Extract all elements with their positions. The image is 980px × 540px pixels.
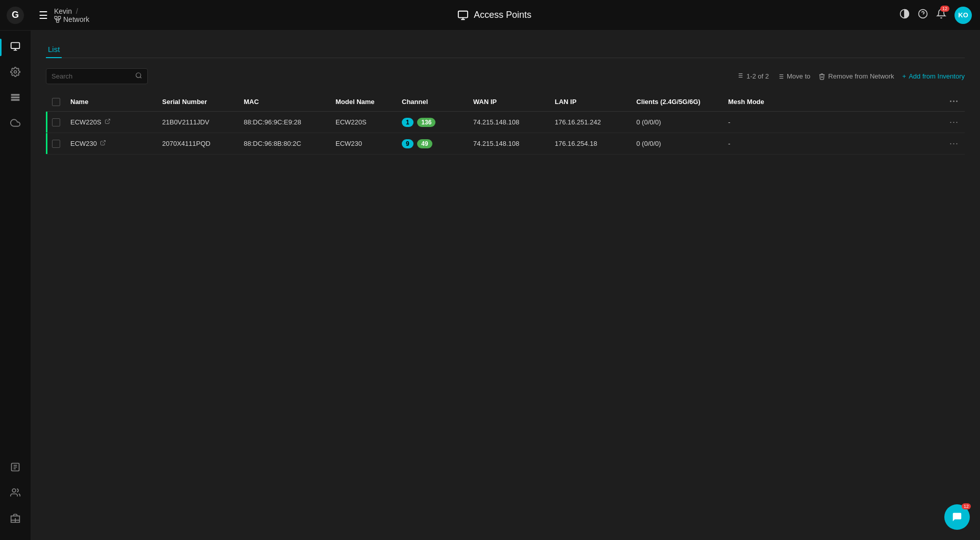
row2-serial: 2070X4111PQD: [162, 140, 244, 147]
network-icon: [54, 16, 61, 23]
header-clients: Clients (2.4G/5G/6G): [636, 98, 728, 106]
remove-from-network-button[interactable]: Remove from Network: [818, 72, 894, 80]
row1-checkbox[interactable]: [52, 118, 60, 126]
monitor-title-icon: [457, 10, 469, 21]
svg-rect-12: [57, 20, 59, 22]
sidebar-nav: [0, 31, 31, 455]
sidebar-item-building[interactable]: [10, 506, 20, 532]
breadcrumb-user[interactable]: Kevin: [54, 7, 72, 15]
column-options-icon[interactable]: ···: [949, 96, 959, 107]
active-status-bar: [46, 112, 47, 133]
row2-checkbox[interactable]: [52, 140, 60, 148]
row1-model: ECW220S: [336, 118, 402, 126]
row2-more[interactable]: ···: [800, 138, 959, 149]
external-link-icon[interactable]: [100, 140, 106, 147]
sidebar-item-report[interactable]: [10, 455, 20, 481]
toolbar: 1-2 of 2 Move to Remove from Network +: [46, 68, 965, 84]
sidebar-item-settings[interactable]: [0, 60, 31, 86]
cloud-icon: [10, 118, 20, 131]
row1-options-icon[interactable]: ···: [949, 117, 959, 127]
row2-clients: 0 (0/0/0): [636, 140, 728, 147]
header: ☰ Kevin / Network Access Points: [31, 0, 980, 31]
svg-rect-11: [58, 16, 61, 19]
search-input[interactable]: [51, 72, 132, 80]
sidebar-item-users[interactable]: [10, 481, 20, 506]
sidebar: G: [0, 0, 31, 540]
row1-wanip: 74.215.148.108: [473, 118, 555, 126]
row1-serial: 21B0V2111JDV: [162, 118, 244, 126]
svg-point-6: [12, 488, 16, 492]
header-channel: Channel: [402, 98, 473, 106]
gear-icon: [10, 67, 20, 80]
toolbar-right: 1-2 of 2 Move to Remove from Network +: [736, 72, 965, 81]
header-model: Model Name: [336, 98, 402, 106]
row2-lanip: 176.16.254.18: [555, 140, 636, 147]
trash-icon: [818, 73, 826, 80]
svg-rect-10: [55, 16, 57, 19]
sidebar-item-cloud[interactable]: [0, 111, 31, 137]
notification-bell[interactable]: 12: [936, 9, 946, 21]
header-mesh: Mesh Mode: [728, 98, 800, 106]
row1-clients: 0 (0/0/0): [636, 118, 728, 126]
svg-rect-3: [12, 97, 19, 98]
active-status-bar: [46, 133, 47, 154]
row1-lanip: 176.16.251.242: [555, 118, 636, 126]
building-icon: [10, 513, 20, 526]
add-from-inventory-button[interactable]: + Add from Inventory: [902, 72, 965, 80]
row2-model: ECW230: [336, 140, 402, 147]
users-icon: [10, 487, 20, 500]
search-icon[interactable]: [135, 72, 142, 81]
menu-button[interactable]: ☰: [39, 9, 48, 21]
page-title: Access Points: [474, 10, 531, 20]
table-row: ECW220S 21B0V2111JDV 88:DC:96:9C:E9:28 E…: [46, 112, 965, 133]
row1-more[interactable]: ···: [800, 117, 959, 127]
list-icon: [10, 92, 20, 105]
svg-rect-0: [11, 42, 20, 48]
svg-line-18: [140, 77, 142, 79]
row2-mac: 88:DC:96:8B:80:2C: [244, 140, 336, 147]
table-row: ECW230 2070X4111PQD 88:DC:96:8B:80:2C EC…: [46, 133, 965, 155]
access-points-table: Name Serial Number MAC Model Name Channe…: [46, 92, 965, 155]
pagination-info: 1-2 of 2: [736, 72, 769, 81]
channel-5g-badge: 136: [417, 118, 435, 127]
app-logo[interactable]: G: [0, 0, 31, 31]
svg-point-1: [14, 70, 17, 73]
channel-2g-badge: 1: [402, 118, 414, 127]
svg-point-17: [136, 73, 141, 78]
main-container: ☰ Kevin / Network Access Points: [31, 0, 980, 540]
move-to-button[interactable]: Move to: [777, 72, 810, 80]
row2-channel: 9 49: [402, 139, 473, 148]
sidebar-item-monitor[interactable]: [0, 35, 31, 60]
table-header-row: Name Serial Number MAC Model Name Channe…: [46, 92, 965, 112]
sidebar-bottom: [10, 455, 20, 540]
header-actions: 12 KO: [899, 7, 972, 24]
tab-list[interactable]: List: [46, 41, 62, 58]
row2-name: ECW230: [70, 140, 162, 147]
header-mac: MAC: [244, 98, 336, 106]
tabs-bar: List: [46, 41, 965, 58]
move-icon: [777, 73, 784, 80]
row2-check[interactable]: [52, 140, 70, 148]
row1-mac: 88:DC:96:9C:E9:28: [244, 118, 336, 126]
chat-button[interactable]: 12: [944, 504, 970, 530]
external-link-icon[interactable]: [105, 118, 111, 126]
content-area: List: [31, 31, 980, 540]
header-check[interactable]: [52, 98, 70, 106]
sidebar-item-list[interactable]: [0, 86, 31, 111]
row1-check[interactable]: [52, 118, 70, 126]
user-avatar[interactable]: KO: [955, 7, 972, 24]
svg-rect-2: [12, 94, 19, 95]
svg-rect-4: [12, 99, 19, 100]
chat-icon: [951, 511, 963, 523]
select-all-checkbox[interactable]: [52, 98, 60, 106]
header-lanip: LAN IP: [555, 98, 636, 106]
help-button[interactable]: [918, 9, 928, 21]
search-box[interactable]: [46, 68, 148, 84]
pagination-text: 1-2 of 2: [746, 72, 769, 80]
row2-wanip: 74.215.148.108: [473, 140, 555, 147]
row2-options-icon[interactable]: ···: [949, 138, 959, 149]
breadcrumb-network[interactable]: Network: [54, 15, 89, 23]
sort-icon: [736, 72, 743, 81]
header-serial: Serial Number: [162, 98, 244, 106]
contrast-button[interactable]: [899, 9, 910, 21]
